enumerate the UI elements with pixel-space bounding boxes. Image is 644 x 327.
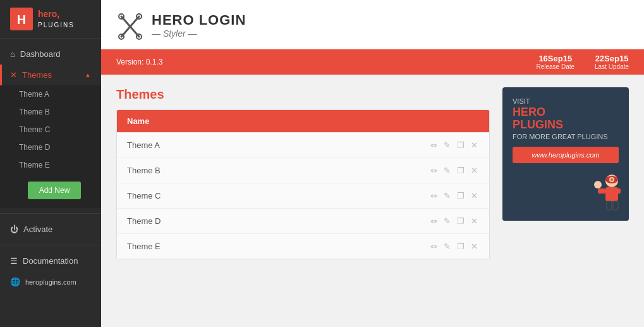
table-row: Theme E ⇔ ✎ ❐ ✕ bbox=[117, 233, 489, 259]
ad-box: VISIT HERO PLUGINS FOR MORE GREAT PLUGIN… bbox=[502, 87, 629, 221]
version-bar: Version: 0.1.3 16Sep15 Release Date 22Se… bbox=[101, 49, 644, 75]
ad-subtitle: FOR MORE GREAT PLUGINS bbox=[513, 133, 619, 140]
table-row: Theme C ⇔ ✎ ❐ ✕ bbox=[117, 183, 489, 208]
sidebar: H hero, PLUGINS ⌂ Dashboard ✕ Themes ▲ T… bbox=[0, 0, 101, 327]
sidebar-divider-2 bbox=[0, 245, 101, 245]
doc-icon: ☰ bbox=[10, 256, 18, 266]
theme-name: Theme D bbox=[127, 216, 161, 226]
row-actions: ⇔ ✎ ❐ ✕ bbox=[429, 139, 479, 151]
ad-visit-text: VISIT bbox=[513, 97, 619, 105]
ad-url-box[interactable]: www.heroplugins.com bbox=[513, 147, 619, 163]
svg-rect-10 bbox=[598, 188, 605, 194]
release-date-value: 16Sep15 bbox=[536, 54, 574, 63]
svg-point-16 bbox=[611, 178, 613, 181]
chevron-up-icon: ▲ bbox=[85, 71, 91, 78]
release-date-item: 16Sep15 Release Date bbox=[536, 54, 574, 70]
copy-icon[interactable]: ❐ bbox=[456, 190, 466, 202]
power-icon: ⏻ bbox=[10, 225, 18, 234]
hero-login-title: HERO LOGIN bbox=[152, 13, 246, 27]
sidebar-item-themes[interactable]: ✕ Themes ▲ bbox=[0, 65, 101, 85]
sidebar-item-documentation[interactable]: ☰ Documentation bbox=[0, 250, 101, 271]
ad-box-content: VISIT HERO PLUGINS FOR MORE GREAT PLUGIN… bbox=[502, 87, 629, 173]
svg-rect-13 bbox=[613, 201, 618, 210]
table-row: Theme B ⇔ ✎ ❐ ✕ bbox=[117, 157, 489, 183]
theme-name: Theme A bbox=[127, 140, 160, 150]
themes-table-header: Name bbox=[117, 110, 489, 132]
sidebar-item-label: heroplugins.com bbox=[25, 278, 76, 286]
theme-name: Theme E bbox=[127, 242, 161, 251]
sidebar-item-label: Activate bbox=[23, 225, 52, 234]
themes-submenu: Theme A Theme B Theme C Theme D Theme E … bbox=[0, 85, 101, 208]
copy-icon[interactable]: ❐ bbox=[456, 240, 466, 252]
svg-text:H: H bbox=[17, 13, 26, 27]
themes-rows-container: Theme A ⇔ ✎ ❐ ✕ Theme B ⇔ ✎ ❐ ✕ Theme C … bbox=[117, 132, 489, 259]
move-icon[interactable]: ⇔ bbox=[429, 190, 439, 202]
row-actions: ⇔ ✎ ❐ ✕ bbox=[429, 190, 479, 202]
edit-icon[interactable]: ✎ bbox=[442, 139, 452, 151]
sidebar-subitem-theme-e[interactable]: Theme E bbox=[0, 156, 101, 174]
ad-title: HERO PLUGINS bbox=[513, 106, 619, 132]
ad-title-plugins: PLUGINS bbox=[513, 118, 563, 131]
svg-rect-12 bbox=[607, 201, 612, 210]
version-text: Version: 0.1.3 bbox=[116, 58, 162, 66]
copy-icon[interactable]: ❐ bbox=[456, 215, 466, 227]
sidebar-subitem-theme-a[interactable]: Theme A bbox=[0, 85, 101, 103]
row-actions: ⇔ ✎ ❐ ✕ bbox=[429, 240, 479, 252]
move-icon[interactable]: ⇔ bbox=[429, 240, 439, 252]
add-new-button[interactable]: Add New bbox=[28, 182, 81, 199]
sidebar-item-dashboard[interactable]: ⌂ Dashboard bbox=[0, 44, 101, 65]
sidebar-item-activate[interactable]: ⏻ Activate bbox=[0, 219, 101, 240]
delete-icon[interactable]: ✕ bbox=[470, 139, 479, 151]
move-icon[interactable]: ⇔ bbox=[429, 139, 439, 151]
row-actions: ⇔ ✎ ❐ ✕ bbox=[429, 215, 479, 227]
scissors-logo-icon bbox=[116, 10, 144, 42]
ad-title-hero: HERO bbox=[513, 106, 545, 118]
table-row: Theme A ⇔ ✎ ❐ ✕ bbox=[117, 132, 489, 157]
move-icon[interactable]: ⇔ bbox=[429, 164, 439, 176]
svg-rect-11 bbox=[613, 188, 621, 194]
main-content: HERO LOGIN — Styler — Version: 0.1.3 16S… bbox=[101, 0, 644, 327]
last-update-item: 22Sep15 Last Update bbox=[595, 54, 629, 70]
row-actions: ⇔ ✎ ❐ ✕ bbox=[429, 164, 479, 176]
last-update-value: 22Sep15 bbox=[595, 54, 629, 63]
globe-icon: 🌐 bbox=[10, 277, 20, 287]
table-row: Theme D ⇔ ✎ ❐ ✕ bbox=[117, 208, 489, 233]
sidebar-logo: H hero, PLUGINS bbox=[0, 0, 101, 39]
sidebar-item-heroplugins[interactable]: 🌐 heroplugins.com bbox=[0, 271, 101, 292]
release-date-label: Release Date bbox=[536, 63, 574, 70]
theme-name: Theme C bbox=[127, 191, 161, 201]
sidebar-subitem-theme-c[interactable]: Theme C bbox=[0, 121, 101, 139]
sidebar-item-label: Documentation bbox=[23, 256, 78, 266]
sidebar-subitem-theme-b[interactable]: Theme B bbox=[0, 103, 101, 121]
header-logo-area: HERO LOGIN — Styler — bbox=[101, 0, 644, 49]
ad-panel: VISIT HERO PLUGINS FOR MORE GREAT PLUGIN… bbox=[502, 87, 629, 259]
svg-point-17 bbox=[594, 181, 602, 188]
home-icon: ⌂ bbox=[10, 49, 15, 59]
themes-table: Name Theme A ⇔ ✎ ❐ ✕ Theme B ⇔ ✎ ❐ ✕ The… bbox=[116, 109, 490, 259]
edit-icon[interactable]: ✎ bbox=[442, 240, 452, 252]
themes-panel: Themes Name Theme A ⇔ ✎ ❐ ✕ Theme B ⇔ ✎ … bbox=[116, 87, 490, 259]
content-area: Themes Name Theme A ⇔ ✎ ❐ ✕ Theme B ⇔ ✎ … bbox=[101, 75, 644, 272]
hero-character-icon bbox=[588, 173, 623, 214]
theme-name: Theme B bbox=[127, 166, 161, 175]
edit-icon[interactable]: ✎ bbox=[442, 215, 452, 227]
hero-login-subtitle: — Styler — bbox=[152, 28, 246, 39]
last-update-label: Last Update bbox=[595, 63, 629, 70]
edit-icon[interactable]: ✎ bbox=[442, 164, 452, 176]
delete-icon[interactable]: ✕ bbox=[470, 190, 479, 202]
themes-heading: Themes bbox=[116, 87, 490, 102]
copy-icon[interactable]: ❐ bbox=[456, 164, 466, 176]
delete-icon[interactable]: ✕ bbox=[470, 164, 479, 176]
move-icon[interactable]: ⇔ bbox=[429, 215, 439, 227]
version-dates: 16Sep15 Release Date 22Sep15 Last Update bbox=[536, 54, 629, 70]
delete-icon[interactable]: ✕ bbox=[470, 240, 479, 252]
delete-icon[interactable]: ✕ bbox=[470, 215, 479, 227]
sidebar-item-label: Dashboard bbox=[20, 49, 61, 59]
sidebar-item-label: Themes bbox=[22, 70, 52, 80]
x-icon: ✕ bbox=[10, 70, 17, 80]
sidebar-subitem-theme-d[interactable]: Theme D bbox=[0, 139, 101, 156]
edit-icon[interactable]: ✎ bbox=[442, 190, 452, 202]
logo-name: hero, PLUGINS bbox=[38, 9, 75, 29]
copy-icon[interactable]: ❐ bbox=[456, 139, 466, 151]
sidebar-nav: ⌂ Dashboard ✕ Themes ▲ Theme A Theme B T… bbox=[0, 39, 101, 327]
